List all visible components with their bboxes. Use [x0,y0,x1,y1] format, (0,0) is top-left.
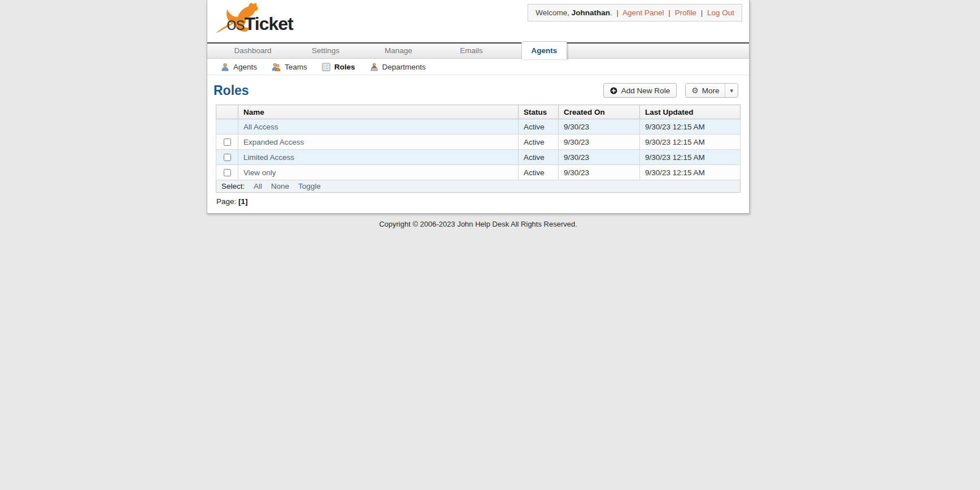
teams-icon [272,63,281,71]
role-created-on: 9/30/23 [559,150,640,165]
subnav-item-departments[interactable]: Departments [370,63,426,71]
role-link[interactable]: Limited Access [243,153,294,162]
add-new-role-button[interactable]: Add New Role [603,83,677,98]
admin-panel-window: osTicket Welcome, Johnathan. | Agent Pan… [207,0,750,214]
subnav-item-teams[interactable]: Teams [272,63,307,71]
subnav-item-label: Roles [334,63,355,71]
logo-os: os [227,14,245,34]
role-link[interactable]: All Access [243,123,278,131]
more-dropdown-toggle[interactable]: ▾ [725,84,738,97]
role-created-on: 9/30/23 [559,135,640,150]
header: osTicket Welcome, Johnathan. | Agent Pan… [207,0,749,42]
row-checkbox[interactable] [224,154,231,161]
agent-icon [221,63,229,71]
tab-emails[interactable]: Emails [435,44,508,58]
role-created-on: 9/30/23 [559,119,640,135]
subnav-item-roles[interactable]: Roles [322,63,355,71]
role-status: Active [519,135,559,150]
logo-ticket: Ticket [245,14,293,34]
table-row: All Access Active 9/30/23 9/30/23 12:15 … [216,119,741,135]
tab-agents[interactable]: Agents [508,44,581,58]
role-last-updated: 9/30/23 12:15 AM [640,150,741,165]
more-label: More [702,86,720,95]
add-new-role-label: Add New Role [621,86,670,95]
logout-link[interactable]: Log Out [707,8,734,17]
table-row: Limited Access Active 9/30/23 9/30/23 12… [216,150,741,165]
separator: | [617,8,619,17]
sub-nav: Agents Teams Roles [207,59,749,75]
page-current[interactable]: [1] [238,197,248,206]
role-last-updated: 9/30/23 12:15 AM [640,165,741,180]
content-area: Roles Add New Role ⚙ More ▾ [207,83,749,206]
welcome-bar: Welcome, Johnathan. | Agent Panel | Prof… [528,4,742,21]
subnav-item-label: Departments [382,63,426,71]
select-label: Select: [221,182,245,190]
subnav-item-label: Agents [233,63,257,71]
gear-icon: ⚙ [691,86,699,94]
roles-icon [322,63,330,71]
role-created-on: 9/30/23 [559,165,640,180]
table-header-row: Name Status Created On Last Updated [216,105,741,119]
tab-agents-label: Agents [521,41,568,59]
plus-circle-icon [610,87,617,94]
role-last-updated: 9/30/23 12:15 AM [640,119,741,135]
roles-table: Name Status Created On Last Updated All … [216,105,741,193]
chevron-down-icon: ▾ [730,87,733,94]
checkbox-column-header [216,105,238,119]
role-link[interactable]: Expanded Access [243,138,304,146]
select-toggle-link[interactable]: Toggle [298,182,321,190]
row-checkbox-cell [216,150,238,165]
table-row: Expanded Access Active 9/30/23 9/30/23 1… [216,135,741,150]
logo-text: osTicket [227,14,293,34]
tab-dashboard[interactable]: Dashboard [216,44,289,58]
table-row: View only Active 9/30/23 9/30/23 12:15 A… [216,165,741,180]
tab-settings[interactable]: Settings [289,44,362,58]
welcome-suffix: . [610,8,612,17]
role-status: Active [519,165,559,180]
select-none-link[interactable]: None [271,182,289,190]
column-header-last-updated: Last Updated [640,105,741,119]
column-header-name: Name [238,105,519,119]
subnav-item-label: Teams [285,63,307,71]
row-checkbox-cell [216,119,238,135]
column-header-status: Status [519,105,559,119]
main-nav: Dashboard Settings Manage Emails Agents [207,42,749,59]
row-checkbox-cell [216,135,238,150]
subnav-item-agents[interactable]: Agents [221,63,257,71]
role-status: Active [519,150,559,165]
agent-panel-link[interactable]: Agent Panel [622,8,664,17]
row-checkbox-cell [216,165,238,180]
page-label: Page: [216,197,236,206]
profile-link[interactable]: Profile [675,8,696,17]
role-last-updated: 9/30/23 12:15 AM [640,135,741,150]
row-checkbox[interactable] [224,138,231,146]
role-status: Active [519,119,559,135]
departments-icon [370,63,378,71]
table-select-row: Select: All None Toggle [216,180,741,193]
separator: | [701,8,703,17]
tab-manage[interactable]: Manage [362,44,435,58]
row-checkbox[interactable] [224,169,231,176]
username: Johnathan [572,8,610,17]
copyright-footer: Copyright © 2006-2023 John Help Desk All… [207,220,750,228]
osticket-logo: osTicket [212,0,342,40]
role-link[interactable]: View only [243,168,276,177]
welcome-prefix: Welcome, [535,8,569,17]
pagination: Page: [1] [216,197,741,206]
more-button: ⚙ More ▾ [685,83,738,98]
more-button-main[interactable]: ⚙ More [686,86,725,95]
separator: | [668,8,670,17]
select-all-link[interactable]: All [254,182,262,190]
page-title: Roles [214,83,249,98]
column-header-created-on: Created On [559,105,640,119]
